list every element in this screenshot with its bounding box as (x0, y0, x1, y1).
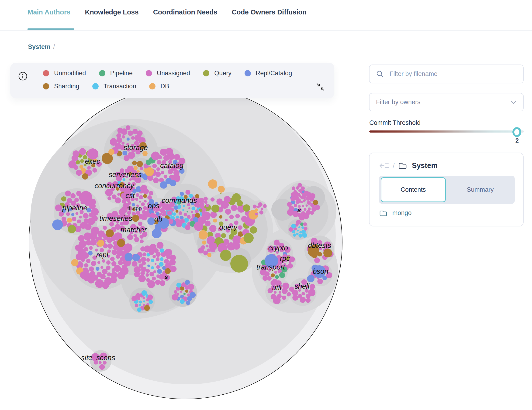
legend-dot (99, 70, 105, 76)
svg-text:site_scons: site_scons (81, 354, 115, 362)
legend-dot (203, 70, 209, 76)
svg-text:transport: transport (256, 263, 285, 271)
legend-label: Sharding (54, 83, 79, 90)
legend-label: Query (214, 70, 231, 77)
legend-dot (245, 70, 251, 76)
legend-items: UnmodifiedPipelineUnassignedQueryRepl/Ca… (43, 68, 309, 91)
svg-text:ops: ops (148, 202, 160, 210)
legend-item-repl-catalog[interactable]: Repl/Catalog (245, 68, 292, 78)
legend-label: Transaction (104, 83, 136, 90)
legend-dot (43, 70, 49, 76)
svg-text:s: s (297, 207, 301, 214)
legend-item-query[interactable]: Query (203, 68, 231, 78)
svg-text:timeseries: timeseries (99, 214, 132, 223)
legend-item-transaction[interactable]: Transaction (92, 81, 136, 91)
legend-dot (92, 83, 99, 89)
svg-text:concurrency: concurrency (95, 182, 134, 190)
svg-text:s: s (164, 273, 168, 280)
legend-label: Unassigned (157, 70, 190, 77)
info-icon[interactable] (18, 72, 28, 81)
legend-item-db[interactable]: DB (149, 81, 169, 91)
svg-text:repl: repl (96, 251, 108, 259)
legend-item-unassigned[interactable]: Unassigned (146, 68, 190, 78)
svg-text:query: query (219, 223, 238, 231)
svg-text:serverless: serverless (109, 170, 142, 179)
legend-dot (149, 83, 155, 89)
svg-text:db: db (154, 215, 162, 223)
svg-text:pipeline: pipeline (62, 204, 87, 212)
svg-text:ttl.cpp: ttl.cpp (127, 205, 142, 211)
svg-text:util: util (272, 284, 282, 292)
collapse-icon[interactable] (316, 83, 324, 91)
svg-text:catalog: catalog (160, 161, 183, 170)
legend-item-sharding[interactable]: Sharding (43, 81, 79, 91)
svg-text:bson: bson (313, 267, 328, 275)
svg-text:rpc: rpc (280, 254, 290, 262)
svg-text:matcher: matcher (121, 226, 147, 234)
svg-text:commands: commands (162, 196, 197, 205)
legend-item-unmodified[interactable]: Unmodified (43, 68, 86, 78)
legend-label: Unmodified (54, 70, 86, 77)
svg-text:storage: storage (124, 143, 148, 152)
legend-label: Repl/Catalog (256, 70, 292, 77)
chart-legend: UnmodifiedPipelineUnassignedQueryRepl/Ca… (10, 63, 334, 98)
legend-dot (43, 83, 49, 89)
svg-text:exec: exec (85, 157, 100, 165)
svg-text:dbtests: dbtests (308, 241, 331, 250)
legend-label: Pipeline (110, 70, 133, 77)
circle-packing-chart[interactable]: execstoragecatalogserverlessconcurrencyc… (0, 0, 532, 410)
svg-text:crypto: crypto (268, 244, 288, 252)
legend-dot (146, 70, 152, 76)
legend-label: DB (160, 83, 169, 90)
svg-text:cst: cst (125, 192, 135, 200)
legend-item-pipeline[interactable]: Pipeline (99, 68, 133, 78)
svg-text:shell: shell (294, 282, 310, 290)
